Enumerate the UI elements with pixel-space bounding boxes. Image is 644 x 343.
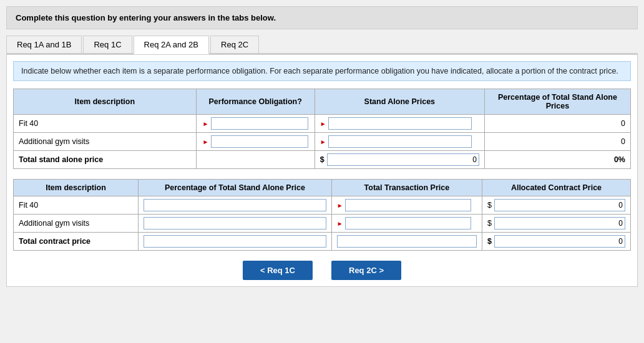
item-desc-fit40: Fit 40 [14,115,197,133]
stand-alone-fit40: ► [315,115,484,133]
t2-item-fit40: Fit 40 [14,196,139,215]
item-desc-total: Total stand alone price [14,151,197,169]
t2-trans-input-fit40[interactable] [345,199,471,211]
tab-req-2a-2b[interactable]: Req 2A and 2B [134,36,209,54]
t2-trans-gym: ► [331,215,482,233]
t2-alloc-input-gym[interactable] [494,217,625,229]
table2-header-item: Item description [14,180,139,196]
tab-req-1a-1b[interactable]: Req 1A and 1B [6,36,82,53]
perf-obl-input-fit40[interactable] [211,117,308,130]
t2-pct-input-fit40[interactable] [144,199,326,211]
table1-header-pct: Percentage of Total Stand Alone Prices [484,89,630,115]
content-area: Indicate below whether each item is a se… [6,54,638,287]
tabs-row: Req 1A and 1B Req 1C Req 2A and 2B Req 2… [6,36,638,54]
table-row: Fit 40 ► $ [14,196,631,215]
t2-dollar-fit40: $ [487,201,492,210]
pct-total-gym: 0 [484,133,630,151]
stand-alone-total: $ [315,151,484,169]
stand-alone-input-fit40[interactable] [328,117,472,130]
table1-header-stand: Stand Alone Prices [315,89,484,115]
dollar-sign-total: $ [320,155,324,164]
t2-dollar-total: $ [487,237,492,246]
flag-icon-gym-perf: ► [203,138,209,145]
table2-header-trans: Total Transaction Price [331,180,482,196]
table-row: Fit 40 ► ► 0 [14,115,631,133]
dollar-cell-total: $ [320,153,479,166]
pct-total-fit40: 0 [484,115,630,133]
t2-pct-total [139,233,332,251]
table1: Item description Performance Obligation?… [13,89,631,169]
prev-button[interactable]: < Req 1C [243,261,313,280]
info-text: Indicate below whether each item is a se… [13,61,631,81]
t2-dollar-cell-gym: $ [487,217,625,229]
stand-alone-input-gym[interactable] [328,135,472,148]
t2-item-gym: Additional gym visits [14,215,139,233]
t2-alloc-gym: $ [482,215,630,233]
t2-dollar-gym: $ [487,219,492,228]
t2-pct-gym [139,215,332,233]
flag-icon-t2-gym: ► [337,220,343,227]
t2-dollar-cell-total: $ [487,235,625,248]
table-row: Additional gym visits ► $ [14,215,631,233]
instruction-bar: Complete this question by entering your … [6,6,638,29]
t2-pct-input-gym[interactable] [144,217,326,229]
pct-total-total: 0% [484,151,630,169]
flag-icon-gym-stand: ► [320,138,326,145]
table2: Item description Percentage of Total Sta… [13,179,631,251]
perf-obl-total [196,151,315,169]
table1-header-perf: Performance Obligation? [196,89,315,115]
flag-icon-fit40-perf: ► [203,120,209,127]
t2-trans-fit40: ► [331,196,482,215]
t2-pct-input-total[interactable] [144,235,326,248]
instruction-text: Complete this question by entering your … [16,13,276,22]
t2-trans-input-gym[interactable] [345,217,471,229]
table2-header-pct: Percentage of Total Stand Alone Price [139,180,332,196]
stand-alone-input-total[interactable] [327,153,479,166]
table1-header-item: Item description [14,89,197,115]
t2-alloc-input-fit40[interactable] [494,199,625,211]
flag-icon-t2-fit40: ► [337,202,343,209]
flag-icon-fit40-stand: ► [320,120,326,127]
tab-req-2c[interactable]: Req 2C [210,36,259,53]
tab-req-1c[interactable]: Req 1C [83,36,132,53]
table-row: Additional gym visits ► ► 0 [14,133,631,151]
next-button[interactable]: Req 2C > [331,261,401,280]
t2-item-total: Total contract price [14,233,139,251]
perf-obl-fit40: ► [196,115,315,133]
t2-trans-input-total[interactable] [337,235,477,248]
perf-obl-input-gym[interactable] [211,135,308,148]
stand-alone-gym: ► [315,133,484,151]
t2-dollar-cell-fit40: $ [487,199,625,211]
t2-alloc-input-total[interactable] [494,235,625,248]
t2-alloc-fit40: $ [482,196,630,215]
table-row-total: Total stand alone price $ 0% [14,151,631,169]
table2-header-alloc: Allocated Contract Price [482,180,630,196]
nav-buttons: < Req 1C Req 2C > [13,261,631,280]
table-row-total: Total contract price $ [14,233,631,251]
perf-obl-gym: ► [196,133,315,151]
item-desc-gym: Additional gym visits [14,133,197,151]
t2-pct-fit40 [139,196,332,215]
t2-trans-total [331,233,482,251]
t2-alloc-total: $ [482,233,630,251]
